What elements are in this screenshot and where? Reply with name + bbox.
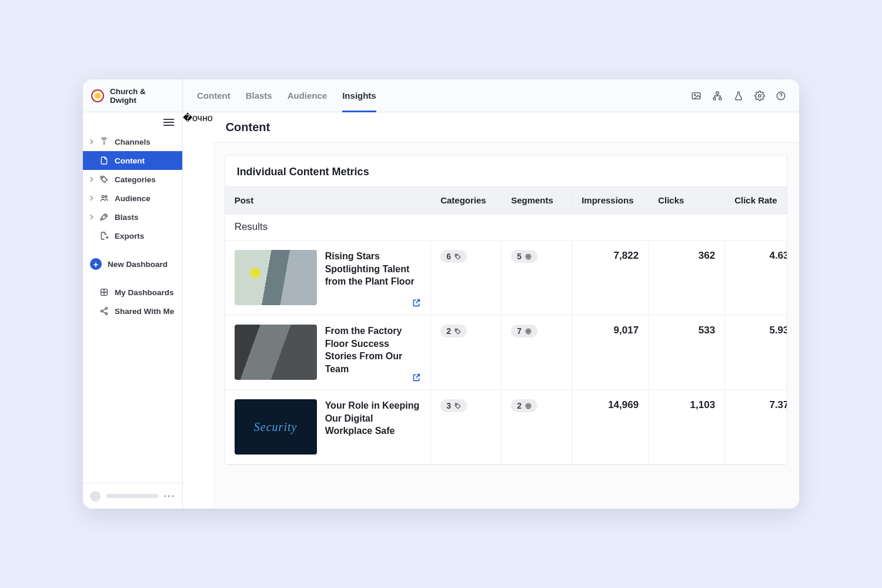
top-action-icons bbox=[691, 79, 799, 112]
post-title[interactable]: Rising Stars Spotlighting Talent from th… bbox=[325, 250, 422, 305]
tab-audience[interactable]: Audience bbox=[288, 79, 328, 112]
categories-pill[interactable]: 6 bbox=[440, 250, 467, 263]
svg-point-23 bbox=[528, 330, 529, 331]
plus-circle-icon: + bbox=[90, 258, 102, 270]
sidebar-item-label: Channels bbox=[115, 138, 151, 146]
categories-pill[interactable]: 3 bbox=[440, 399, 467, 412]
categories-pill[interactable]: 2 bbox=[440, 325, 467, 338]
results-label-row: Results bbox=[225, 214, 787, 240]
card-title: Individual Content Metrics bbox=[225, 155, 787, 186]
top-nav-tabs: Content Blasts Audience Insights bbox=[183, 79, 691, 112]
column-header-clickrate[interactable]: Click Rate bbox=[725, 187, 787, 214]
pill-count: 7 bbox=[517, 326, 522, 336]
segments-pill[interactable]: 5 bbox=[511, 250, 537, 263]
pill-count: 6 bbox=[446, 252, 451, 261]
rocket-icon bbox=[99, 212, 109, 222]
user-avatar[interactable] bbox=[90, 491, 101, 502]
lab-icon[interactable] bbox=[733, 91, 744, 101]
post-thumbnail[interactable]: Security bbox=[235, 399, 317, 455]
table-row: From the Factory Floor Success Stories F… bbox=[225, 315, 787, 390]
clicks-value: 1,103 bbox=[649, 390, 725, 465]
svg-point-7 bbox=[780, 98, 781, 98]
segments-pill[interactable]: 7 bbox=[511, 325, 537, 338]
post-thumbnail[interactable] bbox=[235, 325, 317, 380]
clickrate-value: 5.93% bbox=[725, 315, 787, 390]
sidebar-item-label: Blasts bbox=[115, 213, 139, 222]
external-link-icon[interactable] bbox=[412, 373, 421, 382]
sidebar-item-blasts[interactable]: Blasts bbox=[83, 208, 182, 226]
sidebar-item-shared[interactable]: Shared With Me bbox=[83, 302, 182, 320]
brand-block: Church & Dwight bbox=[83, 79, 183, 112]
sidebar-item-exports[interactable]: Exports bbox=[83, 226, 182, 245]
antenna-icon bbox=[99, 137, 109, 146]
post-thumbnail[interactable] bbox=[235, 250, 317, 305]
post-cell: Security Your Role in Keeping Our Digita… bbox=[235, 399, 422, 455]
tag-icon bbox=[454, 253, 462, 260]
svg-rect-3 bbox=[713, 98, 716, 100]
grid-icon bbox=[99, 288, 109, 297]
svg-rect-4 bbox=[719, 98, 721, 100]
impressions-value: 7,822 bbox=[572, 240, 649, 315]
chevron-right-icon bbox=[88, 177, 93, 182]
gear-icon[interactable] bbox=[754, 91, 765, 101]
tab-blasts[interactable]: Blasts bbox=[246, 79, 272, 112]
post-title[interactable]: From the Factory Floor Success Stories F… bbox=[325, 325, 422, 380]
post-cell: Rising Stars Spotlighting Talent from th… bbox=[235, 250, 422, 305]
sidebar-item-label: My Dashboards bbox=[115, 288, 174, 297]
page-title-bar: Content bbox=[213, 112, 799, 143]
svg-point-9 bbox=[102, 195, 104, 198]
sidebar-item-channels[interactable]: Channels bbox=[83, 132, 182, 151]
column-header-clicks[interactable]: Clicks bbox=[649, 187, 725, 214]
column-header-categories[interactable]: Categories bbox=[431, 187, 502, 214]
svg-point-11 bbox=[105, 215, 106, 216]
chevron-right-icon bbox=[88, 196, 93, 201]
help-icon[interactable] bbox=[776, 91, 786, 101]
segments-pill[interactable]: 2 bbox=[511, 399, 537, 412]
sidebar-item-content[interactable]: Content bbox=[83, 151, 182, 170]
main-panel: Content Individual Content Metrics Post bbox=[213, 112, 799, 509]
pill-count: 5 bbox=[517, 252, 522, 261]
chevron-right-icon bbox=[88, 215, 93, 219]
pill-count: 3 bbox=[446, 401, 451, 410]
metrics-table: Post Categories Segments Impressions Cli… bbox=[225, 186, 787, 465]
table-row: Security Your Role in Keeping Our Digita… bbox=[225, 390, 787, 465]
metrics-card: Individual Content Metrics Post Categori… bbox=[225, 155, 787, 465]
tag-icon bbox=[454, 328, 462, 335]
svg-point-27 bbox=[528, 405, 529, 406]
chevron-right-icon bbox=[88, 139, 93, 144]
target-icon bbox=[524, 402, 532, 410]
pill-count: 2 bbox=[446, 326, 451, 336]
hamburger-icon[interactable] bbox=[163, 117, 174, 128]
sidebar: Channels Content Categories bbox=[83, 112, 183, 509]
share-icon bbox=[99, 306, 109, 316]
column-header-impressions[interactable]: Impressions bbox=[572, 187, 649, 214]
pill-count: 2 bbox=[517, 401, 522, 410]
brand-name: Church & Dwight bbox=[110, 87, 174, 105]
sidebar-item-categories[interactable]: Categories bbox=[83, 170, 182, 189]
column-header-segments[interactable]: Segments bbox=[502, 187, 572, 214]
tag-icon bbox=[454, 402, 462, 410]
more-icon[interactable]: ··· bbox=[164, 491, 175, 502]
document-icon bbox=[99, 156, 109, 165]
post-title[interactable]: Your Role in Keeping Our Digital Workpla… bbox=[325, 399, 422, 455]
image-icon[interactable] bbox=[691, 91, 701, 101]
table-row: Rising Stars Spotlighting Talent from th… bbox=[225, 240, 787, 315]
sidebar-item-label: Content bbox=[115, 156, 145, 165]
new-dashboard-button[interactable]: + New Dashboard bbox=[90, 258, 175, 270]
results-label: Results bbox=[225, 214, 787, 240]
impressions-value: 9,017 bbox=[572, 315, 649, 390]
sidebar-item-audience[interactable]: Audience bbox=[83, 189, 182, 208]
sidebar-item-label: Shared With Me bbox=[115, 307, 174, 316]
clickrate-value: 7.37% bbox=[725, 390, 787, 465]
sidebar-item-my-dashboards[interactable]: My Dashboards bbox=[83, 283, 182, 302]
column-header-post[interactable]: Post bbox=[225, 187, 431, 214]
clickrate-value: 4.63% bbox=[725, 240, 787, 315]
tab-content[interactable]: Content bbox=[197, 79, 230, 112]
sidebar-collapse-row bbox=[83, 112, 182, 131]
export-icon bbox=[99, 231, 109, 240]
external-link-icon[interactable] bbox=[412, 298, 421, 308]
target-icon bbox=[524, 328, 532, 335]
sitemap-icon[interactable] bbox=[712, 91, 723, 101]
target-icon bbox=[524, 253, 532, 260]
tab-insights[interactable]: Insights bbox=[342, 79, 376, 112]
